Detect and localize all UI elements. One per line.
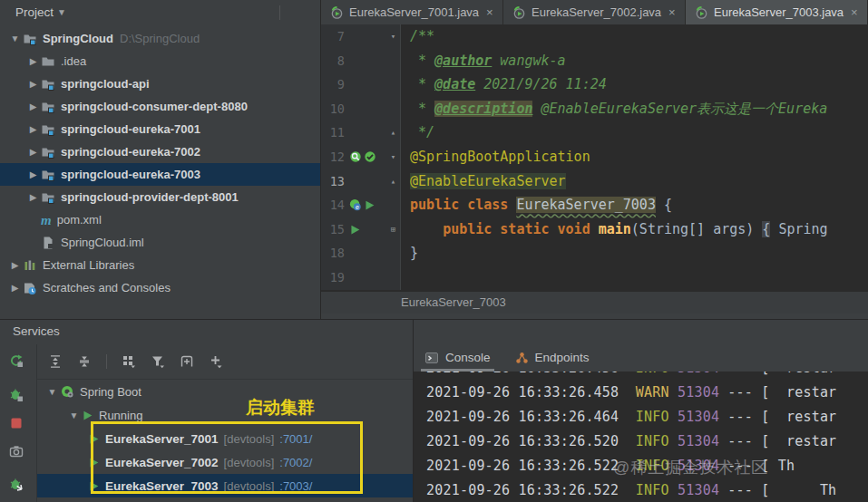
fold-marker-icon[interactable]: ▾ xyxy=(386,145,400,169)
line-number: 15 xyxy=(321,217,345,242)
project-tree-item[interactable]: ▶External Libraries xyxy=(0,254,320,276)
tab-close-icon[interactable]: × xyxy=(486,5,493,19)
play-icon[interactable] xyxy=(349,224,361,236)
rerun-button[interactable] xyxy=(9,353,24,368)
project-tree-item[interactable]: ▶springcloud-api xyxy=(0,72,320,95)
console-tab-bar: ConsoleEndpoints xyxy=(414,343,868,372)
folder-module-icon xyxy=(41,77,55,92)
chevron-right-icon[interactable]: ▶ xyxy=(7,260,23,270)
service-tree-item[interactable]: ▼Finished xyxy=(37,497,413,502)
console-output[interactable]: 2021-09-26 16:33:26.456 INFO 51304 --- [… xyxy=(414,372,868,502)
code-editor[interactable]: 7▾/**8 * @author wangwk-a9 * @date 2021/… xyxy=(321,24,868,292)
svg-text:e: e xyxy=(356,204,359,211)
service-name: Running xyxy=(99,409,142,422)
line-number: 7 xyxy=(321,24,345,49)
play-icon xyxy=(82,410,93,421)
code-line: 13▴@EnableEurekaServer xyxy=(321,169,868,194)
ide-window: Project ▼ EurekaServer_7001.java×EurekaS… xyxy=(0,0,868,502)
chevron-right-icon[interactable]: ▶ xyxy=(25,79,41,89)
editor-tab-1[interactable]: EurekaServer_7001.java× xyxy=(321,0,503,24)
filter-button[interactable] xyxy=(151,354,165,369)
code-line: 15⊞ public static void main(String[] arg… xyxy=(321,217,868,242)
fold-marker-icon[interactable]: ⊞ xyxy=(386,217,400,242)
fold-marker-icon[interactable]: ▴ xyxy=(386,121,400,145)
code-text: @EnableEurekaServer xyxy=(401,169,566,194)
editor-gutter: 7▾ xyxy=(321,24,401,49)
spring-search-icon[interactable] xyxy=(349,150,362,163)
project-tree-item[interactable]: SpringCloud.iml xyxy=(0,231,320,254)
project-tree-item[interactable]: ▶springcloud-eureka-7003 xyxy=(0,163,320,186)
line-number: 18 xyxy=(321,241,345,265)
folder-module-icon xyxy=(41,190,55,205)
log-line: 2021-09-26 16:33:26.522 INFO 51304 --- [… xyxy=(414,478,868,502)
expand-all-button[interactable] xyxy=(48,354,63,369)
project-tree-item[interactable]: ▶Scratches and Consoles xyxy=(0,276,320,299)
chevron-right-icon[interactable]: ▶ xyxy=(25,124,41,134)
console-tab-console[interactable]: Console xyxy=(424,343,491,372)
chevron-right-icon[interactable]: ▶ xyxy=(25,192,41,202)
editor-tab-3[interactable]: EurekaServer_7003.java× xyxy=(686,0,868,24)
tree-item-label: External Libraries xyxy=(43,258,134,272)
console-tab-endpoints[interactable]: Endpoints xyxy=(514,343,590,372)
fold-marker-icon[interactable]: ▴ xyxy=(386,169,400,194)
project-tree-item[interactable]: ▶springcloud-provider-dept-8001 xyxy=(0,186,320,208)
tab-label: EurekaServer_7002.java xyxy=(532,5,661,19)
spring-bean-icon[interactable]: e xyxy=(349,198,362,211)
group-by-button[interactable] xyxy=(122,354,136,369)
tab-close-icon[interactable]: × xyxy=(668,5,676,19)
code-text: * @description @EnableEurekaServer表示这是一个… xyxy=(401,97,827,121)
watermark: @稀土掘金技术社区 xyxy=(613,457,768,478)
code-line: 12▾@SpringBootApplication xyxy=(321,145,868,169)
project-tree-item[interactable]: ▶.idea xyxy=(0,50,320,72)
fold-marker-icon[interactable]: ▾ xyxy=(386,24,400,49)
attach-debugger-button[interactable] xyxy=(9,478,24,492)
folder-module-icon xyxy=(41,168,55,182)
add-service-button[interactable] xyxy=(209,354,223,369)
chevron-right-icon[interactable]: ▶ xyxy=(25,169,41,179)
services-toolbar xyxy=(37,344,413,380)
console-tab-label: Console xyxy=(445,351,491,364)
breadcrumb[interactable]: EurekaServer_7003 xyxy=(321,292,868,314)
editor-gutter: 10 xyxy=(321,97,401,121)
service-tree-item[interactable]: ▼Spring Boot xyxy=(37,380,413,403)
chevron-down-icon[interactable]: ▼ xyxy=(57,7,66,17)
line-number: 13 xyxy=(321,169,345,194)
play-icon[interactable] xyxy=(364,199,375,211)
chevron-right-icon[interactable]: ▶ xyxy=(25,101,41,111)
spring-check-icon[interactable] xyxy=(364,150,376,163)
debug-button[interactable] xyxy=(9,388,24,402)
stop-button[interactable] xyxy=(9,416,24,430)
folder-module-icon xyxy=(41,145,55,159)
project-tree-item[interactable]: ▶springcloud-consumer-dept-8080 xyxy=(0,95,320,118)
chevron-down-icon[interactable]: ▼ xyxy=(44,387,60,397)
line-number: 14 xyxy=(321,193,345,217)
tab-close-icon[interactable]: × xyxy=(851,5,858,19)
project-tree-item[interactable]: ▶springcloud-eureka-7001 xyxy=(0,118,320,140)
collapse-all-button[interactable] xyxy=(77,354,92,369)
code-text: * @date 2021/9/26 11:24 xyxy=(401,72,607,97)
console-tab-label: Endpoints xyxy=(535,351,590,364)
tree-item-label: springcloud-eureka-7003 xyxy=(61,168,200,181)
chevron-down-icon[interactable]: ▼ xyxy=(66,410,82,420)
chevron-right-icon[interactable]: ▶ xyxy=(25,56,41,66)
project-tree-item[interactable]: mpom.xml xyxy=(0,208,320,231)
thread-dump-button[interactable] xyxy=(9,444,24,459)
editor-tab-2[interactable]: EurekaServer_7002.java× xyxy=(503,0,686,24)
chevron-right-icon[interactable]: ▶ xyxy=(7,283,23,293)
folder-module-icon xyxy=(41,122,55,137)
project-tree-item[interactable]: ▼SpringCloudD:\SpringCloud xyxy=(0,27,320,50)
tab-label: EurekaServer_7003.java xyxy=(714,5,844,19)
tree-item-label: springcloud-provider-dept-8001 xyxy=(61,190,239,204)
code-text: */ xyxy=(401,121,434,145)
maven-icon: m xyxy=(41,214,52,227)
project-tree-item[interactable]: ▶springcloud-eureka-7002 xyxy=(0,140,320,163)
chevron-down-icon[interactable]: ▼ xyxy=(7,34,23,43)
add-frame-button[interactable] xyxy=(180,354,194,369)
editor-tab-bar: EurekaServer_7001.java×EurekaServer_7002… xyxy=(321,0,868,24)
chevron-right-icon[interactable]: ▶ xyxy=(25,147,41,157)
code-line: 9 * @date 2021/9/26 11:24 xyxy=(321,72,868,97)
tree-item-label: SpringCloud xyxy=(43,32,113,45)
editor-gutter: 9 xyxy=(321,72,401,97)
log-line: 2021-09-26 16:33:26.464 INFO 51304 --- [… xyxy=(414,405,868,430)
services-panel-title: Services xyxy=(0,320,868,343)
